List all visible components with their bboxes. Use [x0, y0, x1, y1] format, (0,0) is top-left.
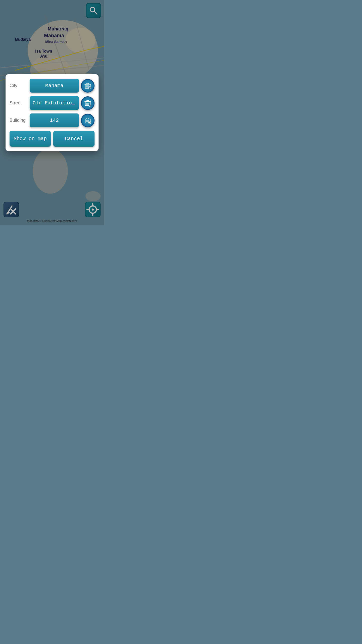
trash-icon-2 [84, 100, 91, 107]
action-buttons: Show on map Cancel [10, 131, 95, 147]
building-row: Building 142 [10, 113, 95, 127]
street-row: Street Old Exhibition Ro... [10, 96, 95, 110]
building-value-button[interactable]: 142 [30, 113, 79, 127]
show-on-map-button[interactable]: Show on map [10, 131, 51, 147]
trash-icon-3 [84, 117, 91, 124]
city-delete-button[interactable] [81, 79, 95, 93]
search-dialog: City Manama Street Old E [6, 74, 99, 151]
trash-icon [84, 82, 91, 89]
city-value-button[interactable]: Manama [30, 79, 79, 93]
dialog-overlay: City Manama Street Old E [0, 0, 104, 225]
city-label: City [10, 83, 28, 88]
street-delete-button[interactable] [81, 96, 95, 110]
building-label: Building [10, 118, 28, 123]
building-delete-button[interactable] [81, 114, 95, 127]
street-value-button[interactable]: Old Exhibition Ro... [30, 96, 79, 110]
cancel-button[interactable]: Cancel [53, 131, 95, 147]
city-row: City Manama [10, 79, 95, 93]
street-label: Street [10, 100, 28, 106]
